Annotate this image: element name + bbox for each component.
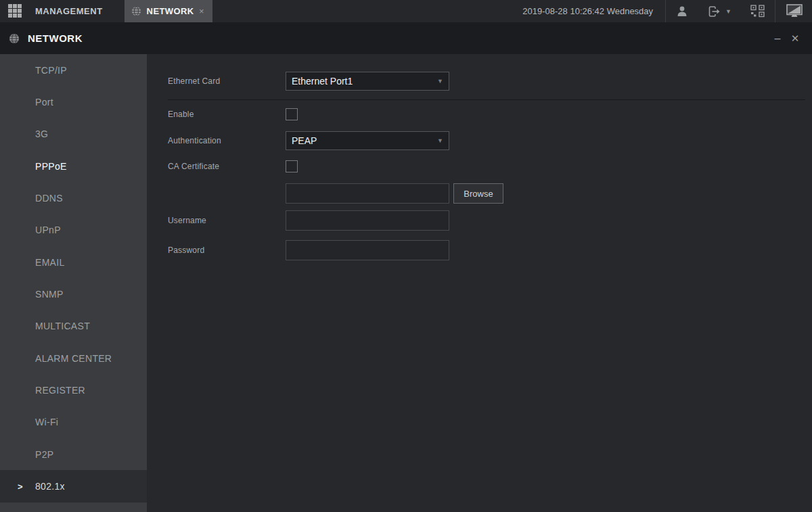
tab-network[interactable]: NETWORK × <box>125 0 212 22</box>
sidebar-item-label: Wi-Fi <box>35 417 58 427</box>
sidebar-item-label: PPPoE <box>35 161 67 172</box>
username-input[interactable] <box>286 210 449 231</box>
ethernet-card-label: Ethernet Card <box>168 76 286 86</box>
sidebar-item-wi-fi[interactable]: Wi-Fi <box>0 406 147 438</box>
enable-checkbox[interactable] <box>286 108 298 120</box>
window-title: NETWORK <box>28 32 83 44</box>
sidebar: TCP/IP Port 3G PPPoE DDNS UPnP EMAIL <box>0 54 147 512</box>
settings-panel-802-1x: Ethernet Card Ethernet Port1 ▼ Enable Au… <box>147 54 812 512</box>
ca-certificate-label: CA Certificate <box>168 162 286 171</box>
password-input[interactable] <box>286 240 449 260</box>
sidebar-item-label: 802.1x <box>35 481 65 492</box>
display-icon[interactable] <box>775 0 812 22</box>
username-row: Username <box>168 210 812 231</box>
sidebar-item-label: DDNS <box>35 193 63 204</box>
authentication-label: Authentication <box>168 136 286 145</box>
tab-network-label: NETWORK <box>147 6 198 16</box>
sidebar-item-label: SNMP <box>35 289 64 300</box>
sidebar-item-label: EMAIL <box>35 257 65 268</box>
datetime-display: 2019-08-28 10:26:42 Wednesday <box>522 6 653 16</box>
close-button[interactable]: ✕ <box>786 33 804 43</box>
ca-file-input[interactable] <box>286 183 449 204</box>
sidebar-item-snmp[interactable]: SNMP <box>0 278 147 310</box>
sidebar-item-label: P2P <box>35 449 53 460</box>
sidebar-item-alarm-center[interactable]: ALARM CENTER <box>0 342 147 374</box>
dropdown-arrow-icon: ▼ <box>437 78 443 85</box>
browse-button[interactable]: Browse <box>453 183 503 204</box>
window-titlebar: NETWORK – ✕ <box>0 22 812 54</box>
sidebar-item-multicast[interactable]: MULTICAST <box>0 310 147 342</box>
globe-icon <box>131 6 141 16</box>
enable-row: Enable <box>168 108 812 120</box>
sidebar-item-tcp-ip[interactable]: TCP/IP <box>0 54 147 86</box>
ethernet-card-select[interactable]: Ethernet Port1 ▼ <box>286 72 449 91</box>
sidebar-item-upnp[interactable]: UPnP <box>0 214 147 246</box>
logout-icon[interactable]: ▼ <box>698 0 741 22</box>
sidebar-item-email[interactable]: EMAIL <box>0 246 147 278</box>
password-label: Password <box>168 246 286 255</box>
sidebar-item-label: UPnP <box>35 225 61 235</box>
sidebar-item-label: TCP/IP <box>35 65 67 76</box>
ca-certificate-checkbox[interactable] <box>286 160 298 172</box>
ca-file-row: Browse <box>168 183 812 204</box>
password-row: Password <box>168 240 812 260</box>
section-divider <box>168 99 805 100</box>
sidebar-item-3g[interactable]: 3G <box>0 118 147 150</box>
top-bar: MANAGEMENT NETWORK × 2019-08-28 10:26:42… <box>0 0 812 22</box>
sidebar-item-register[interactable]: REGISTER <box>0 374 147 406</box>
user-icon[interactable] <box>666 0 698 22</box>
chevron-down-icon: ▼ <box>725 8 731 15</box>
network-globe-icon <box>9 33 20 44</box>
sidebar-item-label: MULTICAST <box>35 321 90 331</box>
management-label[interactable]: MANAGEMENT <box>35 6 103 16</box>
sidebar-item-ddns[interactable]: DDNS <box>0 182 147 214</box>
topbar-right: 2019-08-28 10:26:42 Wednesday ▼ <box>522 0 812 22</box>
sidebar-item-port[interactable]: Port <box>0 86 147 118</box>
tab-close-icon[interactable]: × <box>198 5 206 17</box>
ethernet-card-row: Ethernet Card Ethernet Port1 ▼ <box>168 72 812 91</box>
sidebar-item-label: 3G <box>35 129 48 139</box>
sidebar-item-pppoe[interactable]: PPPoE <box>0 150 147 182</box>
main-menu-grid-icon[interactable] <box>8 4 23 19</box>
authentication-value: PEAP <box>292 135 437 146</box>
username-label: Username <box>168 216 286 225</box>
nvr-management-app: MANAGEMENT NETWORK × 2019-08-28 10:26:42… <box>0 0 812 512</box>
sidebar-item-label: ALARM CENTER <box>35 353 112 364</box>
dropdown-arrow-icon: ▼ <box>437 137 443 144</box>
minimize-button[interactable]: – <box>769 33 786 44</box>
sidebar-item-label: REGISTER <box>35 385 85 396</box>
authentication-select[interactable]: PEAP ▼ <box>286 131 449 150</box>
authentication-row: Authentication PEAP ▼ <box>168 131 812 150</box>
sidebar-item-802-1x[interactable]: > 802.1x <box>0 470 147 502</box>
sidebar-item-label: Port <box>35 97 53 108</box>
sidebar-item-p2p[interactable]: P2P <box>0 438 147 470</box>
ethernet-card-value: Ethernet Port1 <box>292 76 437 87</box>
selected-arrow-icon: > <box>18 482 23 492</box>
ca-certificate-row: CA Certificate <box>168 160 812 172</box>
enable-label: Enable <box>168 110 286 119</box>
window-body: TCP/IP Port 3G PPPoE DDNS UPnP EMAIL <box>0 54 812 512</box>
qr-code-icon[interactable] <box>741 0 775 22</box>
